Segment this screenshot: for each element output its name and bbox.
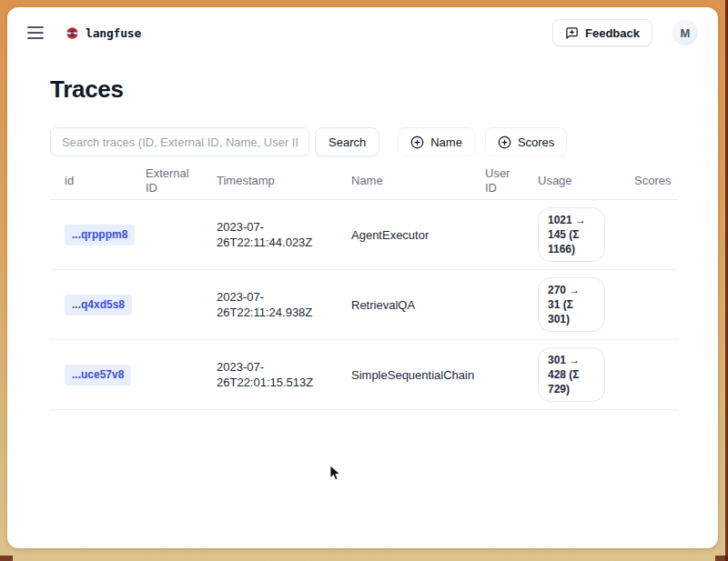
column-header-name: Name — [337, 163, 470, 200]
user-id-cell — [470, 270, 523, 340]
external-id-cell — [131, 270, 202, 340]
table-row[interactable]: ...q4xd5s8 2023-07-26T22:11:24.938Z Retr… — [50, 270, 678, 340]
trace-id-link[interactable]: ...uce57v8 — [65, 365, 131, 386]
timestamp-cell: 2023-07-26T22:11:24.938Z — [217, 289, 322, 320]
timestamp-cell: 2023-07-26T22:11:44.023Z — [217, 219, 322, 250]
filter-scores-button[interactable]: Scores — [485, 127, 567, 156]
app-window: langfuse Feedback M Traces — [7, 7, 718, 548]
brand[interactable]: langfuse — [66, 26, 141, 40]
toolbar: Search Name Scores — [50, 127, 675, 156]
trace-id-link[interactable]: ...qrpppm8 — [65, 225, 135, 245]
feedback-label: Feedback — [585, 26, 640, 40]
traces-table: id External ID Timestamp Name User ID Us… — [50, 163, 678, 410]
table-row[interactable]: ...qrpppm8 2023-07-26T22:11:44.023Z Agen… — [50, 200, 678, 270]
top-bar: langfuse Feedback M — [7, 18, 718, 47]
name-cell: SimpleSequentialChain — [337, 340, 470, 410]
column-header-scores: Scores — [620, 163, 678, 200]
desktop-background: langfuse Feedback M Traces — [0, 0, 728, 561]
filter-scores-label: Scores — [518, 135, 554, 149]
filter-name-button[interactable]: Name — [398, 127, 475, 156]
page-title: Traces — [50, 76, 675, 102]
timestamp-cell: 2023-07-26T22:01:15.513Z — [217, 359, 322, 390]
table-row[interactable]: ...uce57v8 2023-07-26T22:01:15.513Z Simp… — [50, 340, 678, 410]
search-input[interactable] — [50, 127, 309, 156]
external-id-cell — [131, 200, 202, 270]
column-header-usage: Usage — [523, 163, 620, 200]
frame-corner — [0, 556, 13, 561]
main-content: Traces Search Name Scores — [7, 76, 718, 410]
name-cell: AgentExecutor — [337, 200, 470, 270]
brand-name: langfuse — [86, 26, 141, 40]
usage-badge: 270 → 31 (Σ 301) — [538, 277, 605, 332]
message-plus-icon — [565, 26, 579, 40]
usage-badge: 1021 → 145 (Σ 1166) — [538, 207, 605, 262]
plus-circle-icon — [498, 135, 511, 149]
table-header-row: id External ID Timestamp Name User ID Us… — [50, 163, 678, 200]
plus-circle-icon — [410, 135, 424, 149]
menu-icon[interactable] — [27, 26, 44, 39]
name-cell: RetrievalQA — [337, 270, 470, 340]
top-bar-left: langfuse — [27, 26, 141, 40]
search-button[interactable]: Search — [315, 127, 379, 156]
langfuse-logo-icon — [66, 26, 79, 40]
scores-cell — [620, 270, 678, 340]
frame-corner — [715, 556, 728, 561]
filter-name-label: Name — [430, 135, 462, 149]
user-id-cell — [470, 200, 523, 270]
trace-id-link[interactable]: ...q4xd5s8 — [65, 295, 132, 316]
column-header-user-id: User ID — [470, 163, 523, 200]
column-header-external-id: External ID — [131, 163, 202, 200]
feedback-button[interactable]: Feedback — [552, 19, 652, 46]
usage-badge: 301 → 428 (Σ 729) — [538, 347, 605, 402]
external-id-cell — [131, 340, 202, 410]
scores-cell — [620, 200, 678, 270]
avatar[interactable]: M — [672, 20, 698, 45]
column-header-timestamp: Timestamp — [202, 163, 337, 200]
scores-cell — [620, 340, 678, 410]
user-id-cell — [470, 340, 523, 410]
avatar-initial: M — [681, 26, 691, 40]
top-bar-right: Feedback M — [552, 19, 698, 46]
column-header-id: id — [50, 163, 131, 200]
